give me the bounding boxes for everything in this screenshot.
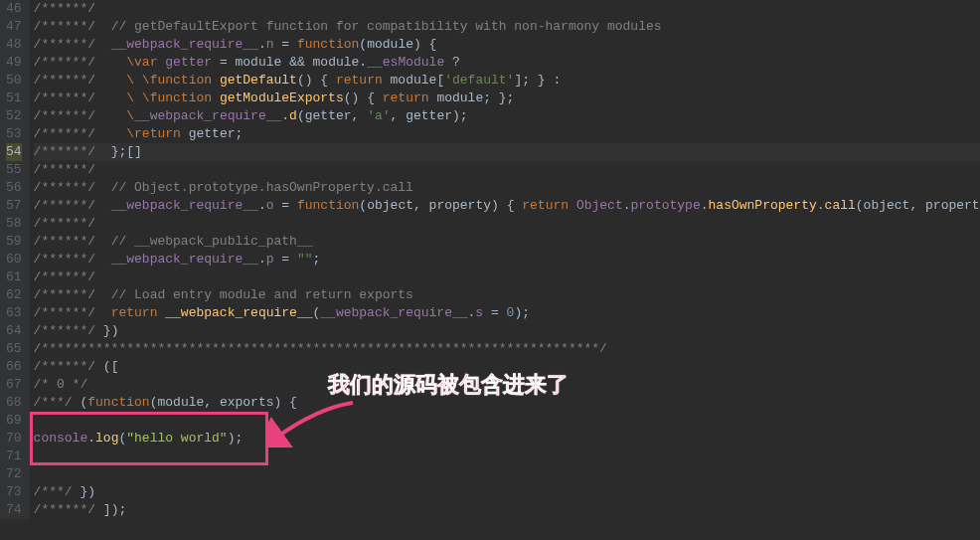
- code-line[interactable]: /******/: [34, 215, 980, 233]
- code-line[interactable]: [34, 412, 980, 430]
- code-line[interactable]: /***/ (function(module, exports) {: [34, 394, 980, 412]
- code-line[interactable]: /******/ \ \function getModuleExports() …: [34, 90, 980, 107]
- code-token: .: [258, 198, 266, 213]
- code-token: (: [297, 108, 305, 123]
- code-token: // Load entry module and return exports: [111, 287, 413, 302]
- code-token: [483, 305, 491, 320]
- line-number: 57: [6, 197, 22, 215]
- code-line[interactable]: /******/ // Object.prototype.hasOwnPrope…: [34, 179, 980, 197]
- code-token: \: [126, 55, 134, 70]
- code-line[interactable]: /******/ \var getter = module && module.…: [34, 54, 980, 72]
- code-line[interactable]: /******/ __webpack_require__.o = functio…: [34, 197, 980, 215]
- code-line[interactable]: /******/ \ \function getDefault() { retu…: [34, 72, 980, 90]
- code-token: [95, 287, 111, 302]
- code-token: ; }: [483, 90, 506, 105]
- code-token: /******/: [34, 305, 95, 320]
- code-token: [499, 305, 507, 320]
- code-token: [95, 180, 111, 195]
- code-token: [95, 126, 126, 141]
- line-number: 46: [6, 0, 22, 18]
- code-line[interactable]: /******/ return __webpack_require__(__we…: [34, 304, 980, 322]
- code-token: getter: [181, 126, 236, 141]
- code-token: module: [157, 395, 204, 410]
- code-line[interactable]: /******/ __webpack_require__.n = functio…: [34, 36, 980, 54]
- code-line[interactable]: /***************************************…: [34, 340, 980, 358]
- code-token: // __webpack_public_path__: [111, 234, 313, 249]
- code-token: (): [344, 90, 360, 105]
- code-token: ;: [235, 126, 243, 141]
- code-line[interactable]: console.log("hello world");: [34, 430, 980, 448]
- code-line[interactable]: /******/ \__webpack_require__.d(getter, …: [34, 107, 980, 125]
- code-token: 'default': [444, 73, 514, 88]
- code-token: [95, 73, 126, 88]
- code-token: Object: [576, 198, 623, 213]
- code-line[interactable]: /******/ __webpack_require__.p = "";: [34, 251, 980, 269]
- code-token: ,: [909, 198, 925, 213]
- code-token: /***************************************…: [34, 341, 607, 356]
- code-line[interactable]: /******/ // __webpack_public_path__: [34, 233, 980, 251]
- line-number: 60: [6, 251, 22, 269]
- line-number: 61: [6, 269, 22, 286]
- code-line[interactable]: /******/ };[]: [34, 143, 980, 161]
- code-line[interactable]: [34, 448, 980, 465]
- code-token: getter: [406, 108, 452, 123]
- code-line[interactable]: /******/ // Load entry module and return…: [34, 286, 980, 304]
- line-number-gutter: 4647484950515253545556575859606162636465…: [0, 0, 30, 519]
- code-line[interactable]: /******/ ]);: [34, 501, 980, 519]
- code-editor[interactable]: 4647484950515253545556575859606162636465…: [0, 0, 980, 519]
- code-area[interactable]: /******//******/ // getDefaultExport fun…: [30, 0, 980, 519]
- code-token: };: [111, 144, 127, 159]
- code-token: call: [825, 198, 856, 213]
- code-token: getter: [305, 108, 352, 123]
- code-token: ;: [507, 90, 515, 105]
- code-line[interactable]: /* 0 */: [34, 376, 980, 394]
- code-token: =: [281, 198, 289, 213]
- code-token: /******/: [34, 180, 95, 195]
- code-token: hasOwnProperty: [709, 198, 817, 213]
- line-number: 54: [6, 143, 22, 161]
- code-line[interactable]: /***/ }): [34, 483, 980, 501]
- code-token: [359, 90, 367, 105]
- code-token: /***/: [34, 484, 73, 499]
- code-line[interactable]: /******/: [34, 0, 980, 18]
- code-line[interactable]: /******/ ([: [34, 358, 980, 376]
- code-token: module: [367, 37, 413, 52]
- code-token: ,: [413, 198, 429, 213]
- line-number: 74: [6, 501, 22, 519]
- code-token: /******/: [34, 216, 95, 231]
- code-line[interactable]: [34, 465, 980, 483]
- code-token: /******/: [34, 144, 95, 159]
- code-token: .: [87, 431, 95, 446]
- code-line[interactable]: /******/ // getDefaultExport function fo…: [34, 18, 980, 36]
- code-line[interactable]: /******/: [34, 161, 980, 179]
- line-number: 49: [6, 54, 22, 72]
- line-number: 53: [6, 125, 22, 143]
- code-token: [444, 55, 452, 70]
- code-token: [289, 198, 297, 213]
- line-number: 51: [6, 90, 22, 107]
- code-token: /******/: [34, 73, 95, 88]
- code-line[interactable]: /******/ }): [34, 322, 980, 340]
- code-line[interactable]: /******/ \return getter;: [34, 125, 980, 143]
- code-token: /******/: [34, 55, 95, 70]
- code-token: /******/: [34, 162, 95, 177]
- code-token: /******/: [34, 287, 95, 302]
- code-token: /******/: [34, 19, 95, 34]
- code-token: \ \: [126, 73, 149, 88]
- code-token: .: [701, 198, 709, 213]
- line-number: 68: [6, 394, 22, 412]
- code-token: getter: [165, 55, 212, 70]
- code-line[interactable]: /******/: [34, 269, 980, 286]
- line-number: 62: [6, 286, 22, 304]
- code-token: {: [429, 37, 437, 52]
- code-token: .: [281, 108, 289, 123]
- code-token: console: [34, 431, 88, 446]
- code-token: [289, 252, 297, 267]
- code-token: /***/: [34, 395, 73, 410]
- code-token: /******/: [34, 126, 95, 141]
- code-token: (): [297, 73, 313, 88]
- code-token: [95, 37, 111, 52]
- code-token: object: [864, 198, 910, 213]
- code-token: .: [258, 37, 266, 52]
- code-token: /******/: [34, 37, 95, 52]
